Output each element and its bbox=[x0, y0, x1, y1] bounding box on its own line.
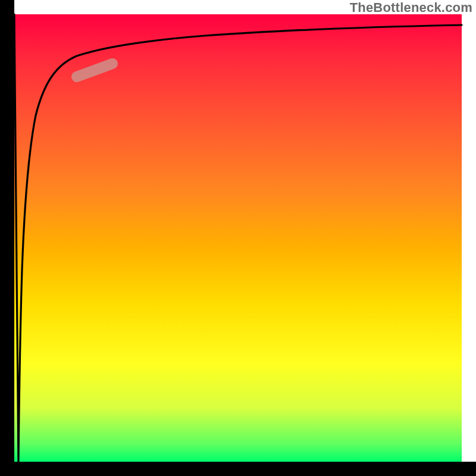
y-axis bbox=[0, 0, 14, 476]
highlight-segment bbox=[77, 64, 112, 77]
watermark-text: TheBottleneck.com bbox=[350, 0, 472, 15]
x-axis bbox=[0, 462, 476, 476]
curve-layer bbox=[14, 14, 462, 462]
chart-frame: TheBottleneck.com bbox=[0, 0, 476, 476]
data-curve bbox=[14, 14, 462, 462]
